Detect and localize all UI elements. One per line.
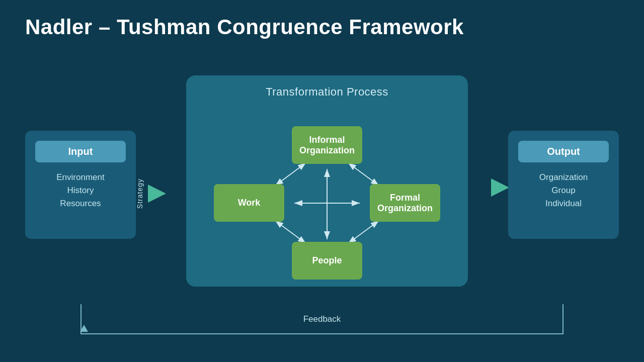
output-item-group: Group bbox=[551, 186, 575, 196]
feedback-arrow-up-icon bbox=[80, 325, 88, 332]
page-title: Nadler – Tushman Congruence Framework bbox=[25, 15, 464, 39]
strategy-arrow-container: Strategy bbox=[136, 178, 166, 209]
svg-line-4 bbox=[275, 163, 306, 186]
input-box: Input Environment History Resources bbox=[25, 131, 136, 239]
box-people: People bbox=[292, 242, 362, 280]
output-item-individual: Individual bbox=[545, 199, 582, 209]
feedback-label: Feedback bbox=[303, 314, 341, 324]
svg-line-6 bbox=[275, 221, 306, 243]
output-box: Output Organization Group Individual bbox=[508, 131, 619, 239]
output-header: Output bbox=[518, 141, 609, 162]
input-items: Environment History Resources bbox=[56, 172, 104, 209]
input-item-environment: Environment bbox=[56, 172, 104, 183]
output-arrow-icon bbox=[491, 178, 509, 197]
strategy-arrow-icon bbox=[148, 185, 166, 203]
box-informal: Informal Organization bbox=[292, 126, 362, 164]
output-items: Organization Group Individual bbox=[539, 172, 588, 209]
transformation-title: Transformation Process bbox=[266, 85, 388, 99]
input-item-history: History bbox=[67, 186, 94, 196]
transformation-inner: Informal Organization Work Formal Organi… bbox=[186, 101, 468, 287]
box-work: Work bbox=[214, 184, 284, 222]
output-arrow-container bbox=[491, 178, 509, 197]
box-formal: Formal Organization bbox=[370, 184, 440, 222]
feedback-line-horiz bbox=[80, 333, 564, 334]
feedback-line-right bbox=[562, 304, 564, 334]
input-header: Input bbox=[35, 141, 126, 162]
svg-line-5 bbox=[348, 163, 379, 186]
strategy-label: Strategy bbox=[136, 178, 144, 209]
svg-line-7 bbox=[348, 221, 379, 243]
output-item-organization: Organization bbox=[539, 172, 588, 183]
input-item-resources: Resources bbox=[60, 199, 101, 209]
transformation-box: Transformation Process bbox=[186, 75, 468, 287]
